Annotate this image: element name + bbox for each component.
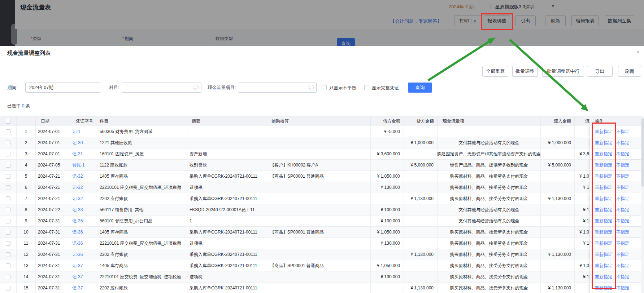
cell-date: 2024-07-01 xyxy=(36,126,70,137)
recalc-all-label: 全部重算 xyxy=(486,68,505,75)
unassign-link[interactable]: 不指定 xyxy=(616,129,629,135)
cell-summary: 进项税 xyxy=(187,182,267,193)
row-checkbox[interactable] xyxy=(6,185,10,190)
unassign-link[interactable]: 不指定 xyxy=(616,252,629,258)
scrollbar-thumb[interactable] xyxy=(641,118,644,187)
voucher-link[interactable]: 记-33 xyxy=(72,207,83,213)
row-checkbox[interactable] xyxy=(6,275,10,279)
select-all-checkbox[interactable] xyxy=(6,119,10,124)
unassign-link[interactable]: 不指定 xyxy=(616,285,629,291)
cell-voucher: 记-35 xyxy=(70,216,97,226)
cell-inflow xyxy=(541,216,575,226)
unassign-link[interactable]: 不指定 xyxy=(616,274,629,280)
voucher-link[interactable]: 记-32 xyxy=(72,173,83,179)
cashflow-filter-label: 现金流量项目: xyxy=(208,85,236,91)
cell-aux xyxy=(267,137,371,148)
voucher-link[interactable]: 记-35 xyxy=(72,218,83,224)
unassign-link[interactable]: 不指定 xyxy=(616,218,629,224)
vertical-scrollbar[interactable] xyxy=(641,116,644,293)
cell-debit: ¥ 1,050.000 xyxy=(371,227,404,237)
cell-account: 1122 应收账款 xyxy=(97,160,187,170)
full-voucher-checkbox[interactable] xyxy=(364,85,369,90)
row-checkbox[interactable] xyxy=(6,196,10,201)
cell-cashflow-item: 支付其他与经营活动有关的现金 xyxy=(438,137,541,148)
reassign-link[interactable]: 重新指定 xyxy=(595,162,612,168)
row-checkbox[interactable] xyxy=(6,219,10,223)
batch-adjust-button[interactable]: 批量调整 xyxy=(512,66,538,77)
export-button[interactable]: 导出 xyxy=(587,66,613,77)
voucher-link[interactable]: 记-37 xyxy=(72,263,83,269)
cell-debit xyxy=(371,137,404,148)
recalc-all-button[interactable]: 全部重算 xyxy=(482,66,508,77)
batch-adjust-label: 批量调整 xyxy=(515,68,534,75)
reassign-link[interactable]: 重新指定 xyxy=(595,140,612,146)
voucher-link[interactable]: 转账-1 xyxy=(72,162,85,168)
voucher-link[interactable]: 记-36 xyxy=(72,229,83,235)
header-cashflow-item: 现金流量项 xyxy=(438,116,541,126)
row-checkbox[interactable] xyxy=(6,241,10,246)
row-checkbox[interactable] xyxy=(6,263,10,268)
unassign-link[interactable]: 不指定 xyxy=(616,240,629,247)
row-checkbox[interactable] xyxy=(6,129,10,134)
cell-aux xyxy=(267,271,371,282)
reassign-link[interactable]: 重新指定 xyxy=(595,129,612,135)
reassign-link[interactable]: 重新指定 xyxy=(595,274,612,280)
row-checkbox[interactable] xyxy=(6,208,10,212)
cell-voucher: 记-30 xyxy=(70,137,97,148)
cell-date: 2024-07-05 xyxy=(36,160,70,170)
voucher-link[interactable]: 记-30 xyxy=(72,140,83,146)
row-checkbox[interactable] xyxy=(6,286,10,290)
unassign-link[interactable]: 不指定 xyxy=(616,162,629,168)
row-checkbox[interactable] xyxy=(6,152,10,156)
unbalanced-checkbox[interactable] xyxy=(322,85,327,90)
table-row: 10 2024-07-31 记-36 1405 库存商品 采购入库单CGRK-2… xyxy=(0,227,644,238)
reassign-link[interactable]: 重新指定 xyxy=(595,218,612,224)
cell-summary: 进项税 xyxy=(187,271,267,282)
unassign-link[interactable]: 不指定 xyxy=(616,207,629,213)
reassign-link[interactable]: 重新指定 xyxy=(595,151,612,157)
row-checkbox[interactable] xyxy=(6,230,10,235)
reassign-link[interactable]: 重新指定 xyxy=(595,185,612,191)
reassign-link[interactable]: 重新指定 xyxy=(595,173,612,179)
voucher-link[interactable]: 记-32 xyxy=(72,185,83,191)
reassign-link[interactable]: 重新指定 xyxy=(595,285,612,291)
cell-cashflow-item: 支付其他与经营活动有关的现金 xyxy=(438,216,541,226)
reassign-link[interactable]: 重新指定 xyxy=(595,207,612,213)
reassign-link[interactable]: 重新指定 xyxy=(595,229,612,235)
row-checkbox[interactable] xyxy=(6,252,10,257)
unassign-link[interactable]: 不指定 xyxy=(616,151,629,157)
reassign-link[interactable]: 重新指定 xyxy=(595,263,612,269)
cell-credit: ¥ 1,130.000 xyxy=(404,193,438,204)
reassign-link[interactable]: 重新指定 xyxy=(595,196,612,202)
unassign-link[interactable]: 不指定 xyxy=(616,140,629,146)
lookup-icon[interactable]: … xyxy=(308,85,314,90)
cashflow-item-input[interactable]: … xyxy=(238,83,317,93)
row-checkbox[interactable] xyxy=(6,174,10,179)
lookup-icon[interactable]: … xyxy=(193,85,199,90)
reassign-link[interactable]: 重新指定 xyxy=(595,240,612,247)
modal-refresh-button[interactable]: 刷新 xyxy=(618,66,641,77)
query-button[interactable]: 查询 xyxy=(408,83,432,93)
voucher-link[interactable]: 记-37 xyxy=(72,274,83,280)
row-checkbox[interactable] xyxy=(6,141,10,145)
voucher-link[interactable]: 记-36 xyxy=(72,240,83,247)
close-icon[interactable]: × xyxy=(635,49,642,55)
row-checkbox[interactable] xyxy=(6,163,10,168)
unassign-link[interactable]: 不指定 xyxy=(616,185,629,191)
account-input[interactable]: … xyxy=(122,83,201,93)
batch-adjust-selected-button[interactable]: 批量调整选中行 xyxy=(542,66,584,77)
voucher-link[interactable]: 记-31 xyxy=(72,151,83,157)
cell-debit xyxy=(371,193,404,204)
voucher-link[interactable]: 记-36 xyxy=(72,252,83,258)
unassign-link[interactable]: 不指定 xyxy=(616,229,629,235)
voucher-link[interactable]: 记-1 xyxy=(72,129,80,135)
cell-cashflow-item: 购买原材料、商品、接受劳务支付的现金 xyxy=(438,238,541,249)
unassign-link[interactable]: 不指定 xyxy=(616,263,629,269)
unassign-link[interactable]: 不指定 xyxy=(616,173,629,179)
voucher-link[interactable]: 记-32 xyxy=(72,196,83,202)
cell-summary: 1 xyxy=(187,216,267,226)
unassign-link[interactable]: 不指定 xyxy=(616,196,629,202)
reassign-link[interactable]: 重新指定 xyxy=(595,252,612,258)
period-input[interactable]: 2024年07期 xyxy=(25,83,101,93)
voucher-link[interactable]: 记-37 xyxy=(72,285,83,291)
